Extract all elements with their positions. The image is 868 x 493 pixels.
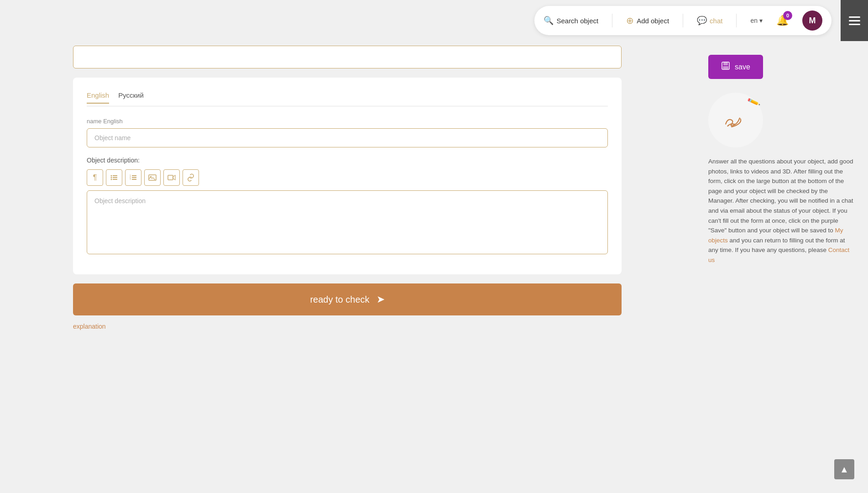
svg-rect-0 — [113, 175, 117, 176]
svg-rect-14 — [168, 175, 173, 180]
ready-to-check-button[interactable]: ready to check ➤ — [73, 283, 622, 315]
hamburger-line-3 — [849, 24, 860, 25]
search-nav-item[interactable]: 🔍 Search object — [544, 16, 598, 26]
hamburger-line-1 — [849, 16, 860, 18]
search-label: Search object — [556, 17, 598, 25]
lang-label: en — [750, 17, 758, 24]
chevron-down-icon: ▾ — [759, 17, 763, 24]
nav-pill: 🔍 Search object ⊕ Add object 💬 chat en ▾… — [534, 6, 831, 35]
chat-nav-item[interactable]: 💬 chat — [697, 16, 722, 26]
info-text-part1: Answer all the questions about your obje… — [708, 158, 853, 234]
info-text: Answer all the questions about your obje… — [708, 157, 854, 265]
toolbar-image[interactable] — [144, 169, 161, 186]
notification-badge[interactable]: 🔔 0 — [776, 15, 789, 26]
sidebar-right: save ✏️ Answer all the questions about y… — [695, 46, 868, 330]
writing-illustration — [720, 104, 752, 136]
svg-rect-1 — [113, 177, 117, 178]
tab-russian[interactable]: Русский — [118, 91, 144, 104]
toolbar-list-ordered[interactable]: 1 2 3 — [125, 169, 141, 186]
toolbar-video[interactable] — [163, 169, 180, 186]
nav-divider-1 — [612, 14, 612, 27]
save-label: save — [735, 63, 750, 71]
ready-to-check-label: ready to check — [310, 294, 369, 305]
info-text-part2: and you can return to filling out the fo… — [708, 237, 845, 254]
chat-label: chat — [710, 17, 722, 25]
svg-rect-6 — [132, 175, 136, 176]
search-icon: 🔍 — [544, 16, 554, 26]
avatar[interactable]: M — [802, 10, 822, 31]
svg-point-4 — [111, 177, 112, 178]
svg-text:3: 3 — [130, 178, 131, 180]
description-toolbar: ¶ 1 — [87, 169, 608, 186]
chevron-up-icon: ▲ — [840, 464, 849, 475]
tab-english[interactable]: English — [87, 91, 109, 104]
svg-rect-16 — [723, 62, 728, 65]
svg-rect-2 — [113, 179, 117, 180]
hamburger-menu[interactable] — [841, 0, 868, 41]
svg-point-5 — [111, 179, 112, 180]
avatar-letter: M — [809, 16, 816, 26]
navbar: 🔍 Search object ⊕ Add object 💬 chat en ▾… — [0, 0, 868, 41]
illustration: ✏️ — [708, 93, 763, 147]
arrow-right-icon: ➤ — [376, 294, 385, 305]
explanation-link[interactable]: explanation — [73, 323, 106, 330]
scroll-up-button[interactable]: ▲ — [834, 459, 854, 479]
chat-icon: 💬 — [697, 16, 707, 26]
main-wrapper: English Русский name English Object desc… — [0, 0, 868, 330]
nav-divider-2 — [683, 14, 683, 27]
object-description-textarea[interactable] — [87, 190, 608, 254]
svg-point-3 — [111, 175, 112, 177]
content-area: English Русский name English Object desc… — [0, 46, 695, 330]
add-icon: ⊕ — [626, 15, 634, 26]
form-card: English Русский name English Object desc… — [73, 78, 622, 274]
object-name-input[interactable] — [87, 128, 608, 147]
add-object-nav-item[interactable]: ⊕ Add object — [626, 15, 669, 26]
toolbar-list-unordered[interactable] — [106, 169, 122, 186]
desc-label: Object description: — [87, 157, 608, 164]
language-selector[interactable]: en ▾ — [750, 17, 763, 24]
top-partial-input[interactable] — [73, 46, 622, 68]
svg-rect-8 — [132, 179, 136, 180]
nav-divider-3 — [736, 14, 737, 27]
name-field-label: name English — [87, 118, 608, 125]
hamburger-line-2 — [849, 20, 860, 21]
badge-count: 0 — [783, 11, 792, 20]
save-icon — [721, 61, 730, 73]
toolbar-link[interactable] — [183, 169, 199, 186]
add-label: Add object — [637, 17, 669, 25]
save-button[interactable]: save — [708, 55, 763, 79]
svg-rect-7 — [132, 177, 136, 178]
explanation-label: explanation — [73, 323, 106, 330]
svg-rect-17 — [723, 66, 728, 69]
toolbar-paragraph[interactable]: ¶ — [87, 169, 103, 186]
language-tabs: English Русский — [87, 91, 608, 106]
